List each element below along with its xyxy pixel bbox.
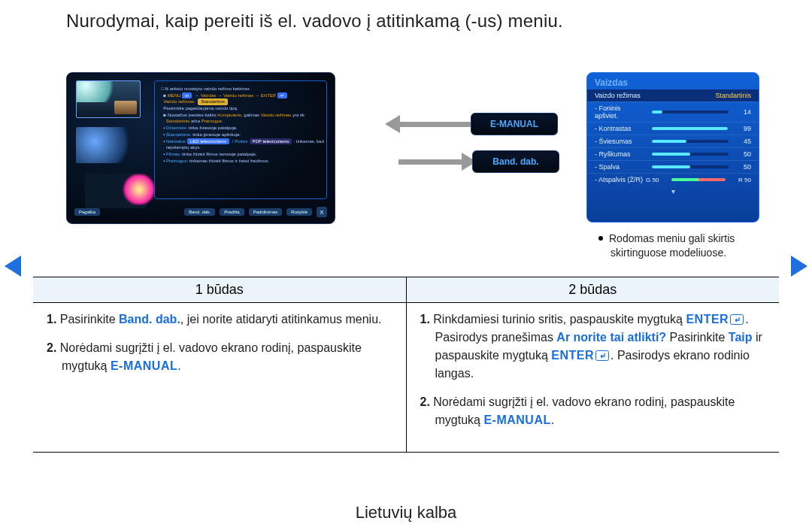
thumb-2: [76, 127, 139, 163]
footer-index[interactable]: Rodyklė: [286, 208, 312, 216]
prev-page-button[interactable]: [5, 256, 21, 277]
method-2: 2 būdas 1. Rinkdamiesi turinio sritis, p…: [406, 277, 780, 453]
method-1: 1 būdas 1. Pasirinkite Band. dab., jei n…: [33, 277, 406, 453]
picture-menu-preview: Vaizdas Vaizdo režimas Standartinis - Fo…: [586, 72, 759, 223]
method-1-title: 1 būdas: [33, 277, 406, 303]
footer-close[interactable]: X: [317, 207, 327, 217]
slider-icon: [652, 140, 729, 143]
thumb-1: [76, 80, 141, 118]
methods-table: 1 būdas 1. Pasirinkite Band. dab., jei n…: [33, 277, 779, 453]
slider-icon: [652, 153, 729, 156]
enter-icon: [730, 314, 744, 325]
dual-slider-icon: [671, 178, 726, 181]
chevron-down-icon[interactable]: ▾: [587, 186, 759, 197]
svg-rect-1: [595, 351, 608, 361]
page-title: Nurodymai, kaip pereiti iš el. vadovo į …: [66, 11, 563, 32]
menu-row-contrast[interactable]: - Kontrastas99: [587, 122, 759, 135]
thumb-3: [85, 174, 147, 208]
emanual-heading: Iš anksto nustatyto vaizdo režimo keitim…: [165, 86, 249, 91]
emanual-pill[interactable]: E-MANUAL: [471, 113, 558, 135]
emanual-footer: Pagalba Band. dab. Pradžia Padidinimas R…: [74, 205, 327, 219]
menu-row-sharpness[interactable]: - Ryškumas50: [587, 147, 759, 160]
next-page-button[interactable]: [791, 256, 807, 277]
method-2-step-1: 1. Rinkdamiesi turinio sritis, paspauski…: [435, 310, 766, 383]
menu-note: Rodomas meniu gali skirtis skirtinguose …: [611, 232, 768, 260]
banddab-pill[interactable]: Band. dab.: [472, 150, 559, 173]
menu-row-brightness[interactable]: - Šviesumas45: [587, 135, 759, 147]
enter-icon: [595, 350, 609, 361]
bullet-icon: [598, 236, 603, 241]
menu-row-color[interactable]: - Spalva50: [587, 160, 759, 173]
footer-help[interactable]: Pagalba: [74, 208, 100, 216]
menu-row-mode[interactable]: Vaizdo režimas Standartinis: [587, 89, 759, 101]
footer-home[interactable]: Pradžia: [220, 208, 244, 216]
direction-arrows: E-MANUAL Band. dab.: [385, 113, 559, 188]
method-1-step-1: 1. Pasirinkite Band. dab., jei norite at…: [62, 310, 392, 329]
emanual-preview: □ Iš anksto nustatyto vaizdo režimo keit…: [66, 72, 335, 224]
slider-icon: [652, 127, 729, 130]
menu-row-backlight[interactable]: - Foninis apšviet.14: [587, 101, 759, 122]
footer-banddab[interactable]: Band. dab.: [184, 208, 215, 216]
footer-zoom[interactable]: Padidinimas: [249, 208, 283, 216]
menu-title: Vaizdas: [587, 73, 759, 89]
slider-icon: [652, 165, 729, 168]
svg-rect-0: [731, 315, 744, 325]
method-1-step-2: 2. Norėdami sugrįžti į el. vadovo ekrano…: [62, 339, 392, 375]
menu-row-tint[interactable]: - Atspalvis (Ž/R) G 50 R 50: [587, 173, 759, 186]
arrow-left-icon: [385, 115, 400, 133]
emanual-textblock: □ Iš anksto nustatyto vaizdo režimo keit…: [154, 80, 327, 199]
slider-icon: [652, 111, 729, 114]
method-2-title: 2 būdas: [407, 277, 780, 303]
method-2-step-2: 2. Norėdami sugrįžti į el. vadovo ekrano…: [435, 393, 766, 429]
language-footer: Lietuvių kalba: [0, 503, 812, 522]
